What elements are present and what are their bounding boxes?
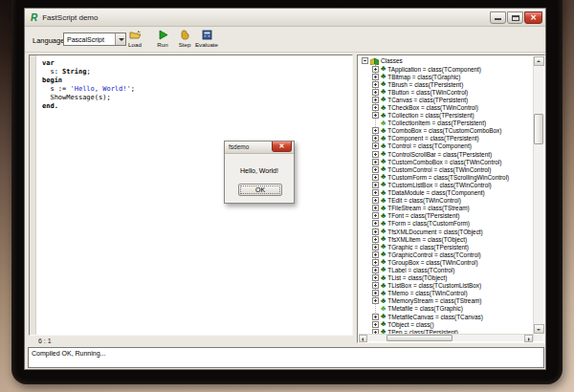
expand-icon[interactable] <box>372 251 379 258</box>
evaluate-button[interactable]: Evaluate <box>192 30 221 51</box>
tree-item-label: TLabel = class(TControl) <box>387 267 454 273</box>
expand-icon[interactable] <box>372 290 379 296</box>
caret-position: 6 : 1 <box>38 338 52 344</box>
scroll-left-button[interactable] <box>359 335 367 342</box>
expand-icon[interactable] <box>372 274 379 281</box>
expand-icon[interactable] <box>372 174 379 181</box>
tree-item-label: TGraphic = class(TPersistent) <box>387 244 469 250</box>
caption-buttons: ✕ <box>490 11 542 24</box>
tree-item-label: TCanvas = class(TPersistent) <box>387 97 468 103</box>
tree-item-label: TForm = class(TCustomForm) <box>387 220 470 227</box>
expand-icon[interactable] <box>372 159 379 165</box>
expand-icon[interactable] <box>372 282 379 289</box>
expand-icon[interactable] <box>372 89 379 96</box>
expand-icon[interactable] <box>372 166 379 173</box>
expand-icon[interactable] <box>372 104 379 111</box>
code-line: ShowMessage(s); <box>42 94 135 102</box>
expand-icon[interactable] <box>372 135 379 142</box>
expand-icon[interactable] <box>372 197 379 204</box>
expand-icon[interactable] <box>372 127 379 134</box>
load-icon <box>129 30 142 40</box>
tree-horizontal-scrollbar[interactable] <box>359 334 533 341</box>
tree-item-label: TMetafileCanvas = class(TCanvas) <box>387 314 483 320</box>
expand-icon[interactable] <box>372 244 379 250</box>
expand-icon[interactable] <box>372 220 379 227</box>
code-editor[interactable]: var s: String;begin s := 'Hello, World!'… <box>29 54 353 336</box>
tree-root-label: Classes <box>381 57 403 64</box>
language-select[interactable]: PascalScript <box>63 33 126 46</box>
tree-leaf-spacer <box>372 305 379 312</box>
expand-icon[interactable] <box>372 112 379 119</box>
tree-item-label: TApplication = class(TComponent) <box>387 66 481 73</box>
expand-icon[interactable] <box>372 212 379 219</box>
window-title: FastScript demo <box>42 13 98 22</box>
language-value: PascalScript <box>64 36 115 43</box>
expand-icon[interactable] <box>372 236 379 243</box>
expand-icon[interactable] <box>372 314 379 320</box>
dialog-close-icon: ✕ <box>273 142 291 151</box>
tree-item-label: TCollection = class(TPersistent) <box>387 112 474 119</box>
expand-icon[interactable] <box>372 297 379 304</box>
classes-tree[interactable]: Classes ♣TApplication = class(TComponent… <box>357 54 545 343</box>
arrow-down-icon <box>537 329 541 331</box>
code-text: var s: String;begin s := 'Hello, World!'… <box>42 59 135 111</box>
tree-item-label: TControl = class(TComponent) <box>387 142 472 149</box>
arrow-up-icon <box>537 60 541 62</box>
load-button[interactable]: Load <box>121 30 149 51</box>
expand-icon[interactable] <box>372 151 379 158</box>
tree-item-label: TComboBox = class(TCustomComboBox) <box>387 127 501 134</box>
title-bar[interactable]: R FastScript demo <box>25 9 545 27</box>
status-memo: Compiled OK, Running... <box>28 347 544 368</box>
expand-icon[interactable] <box>372 321 379 328</box>
expand-icon[interactable] <box>372 142 379 149</box>
tree-item-label: TEdit = class(TWinControl) <box>387 197 461 204</box>
dialog-title: fsdemo <box>229 143 249 150</box>
code-line: s := 'Hello, World!'; <box>42 85 135 94</box>
toolbar: Language: PascalScript Load Run Step Eva… <box>25 27 545 53</box>
tree-item-label: TGroupBox = class(TWinControl) <box>387 259 477 266</box>
horizontal-scroll-thumb[interactable] <box>386 335 453 341</box>
scroll-up-button[interactable] <box>534 56 544 66</box>
minimize-icon <box>495 18 501 20</box>
close-button[interactable]: ✕ <box>524 11 542 24</box>
expand-icon[interactable] <box>372 205 379 211</box>
expand-icon[interactable] <box>372 66 379 73</box>
fastscript-logo-icon: R <box>31 12 37 23</box>
expand-icon[interactable] <box>372 97 379 103</box>
tree-vertical-scrollbar[interactable] <box>533 56 543 341</box>
tree-item-label: TCustomListBox = class(TWinControl) <box>387 182 492 188</box>
scroll-right-button[interactable] <box>524 335 533 342</box>
dialog-message: Hello, World! <box>225 167 294 174</box>
collapse-icon[interactable] <box>362 57 368 64</box>
tree-item-label: TDataModule = class(TComponent) <box>387 189 484 196</box>
arrow-left-icon <box>362 338 364 341</box>
tree-item-label: TBitmap = class(TGraphic) <box>387 74 460 80</box>
scroll-down-button[interactable] <box>534 324 544 334</box>
code-line: var <box>42 59 135 68</box>
expand-icon[interactable] <box>372 229 379 235</box>
expand-icon[interactable] <box>372 259 379 266</box>
tree-item-label: TCustomControl = class(TWinControl) <box>387 166 491 173</box>
run-icon <box>158 30 168 40</box>
message-dialog: fsdemo ✕ Hello, World! OK <box>224 141 295 204</box>
tree-item-label: TFont = class(TPersistent) <box>387 212 459 219</box>
vertical-scroll-thumb[interactable] <box>534 114 543 145</box>
tree-item-label: TfsXMLDocument = class(TObject) <box>387 229 483 235</box>
expand-icon[interactable] <box>372 329 379 334</box>
expand-icon[interactable] <box>372 267 379 273</box>
maximize-icon <box>512 15 519 21</box>
app-window: R FastScript demo ✕ Language: PascalScri… <box>24 8 546 370</box>
tree-content: Classes ♣TApplication = class(TComponent… <box>359 56 533 334</box>
tree-item-label: TCheckBox = class(TWinControl) <box>387 104 478 111</box>
tree-item-label: TGraphicControl = class(TControl) <box>387 251 481 258</box>
code-line: begin <box>42 76 135 85</box>
expand-icon[interactable] <box>372 182 379 188</box>
ok-button[interactable]: OK <box>238 184 282 196</box>
expand-icon[interactable] <box>372 81 379 88</box>
dialog-close-button[interactable]: ✕ <box>272 142 292 152</box>
code-line: s: String; <box>42 68 135 76</box>
maximize-button[interactable] <box>507 11 523 24</box>
expand-icon[interactable] <box>372 74 379 80</box>
minimize-button[interactable] <box>490 11 506 24</box>
expand-icon[interactable] <box>372 189 379 196</box>
